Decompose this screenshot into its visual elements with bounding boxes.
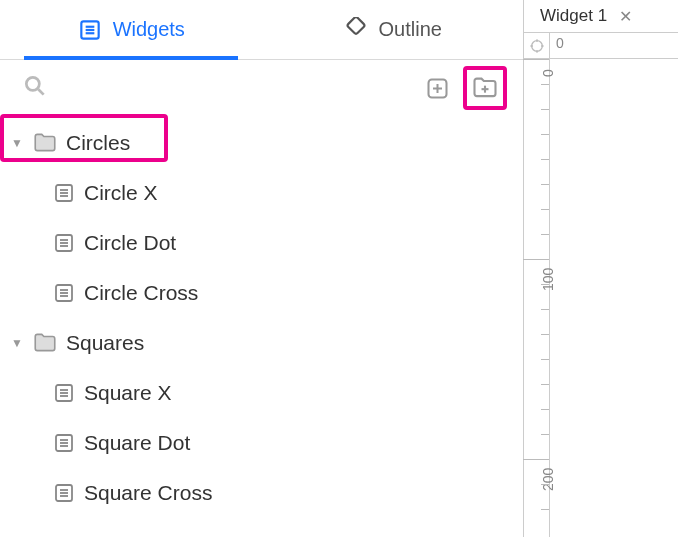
folder-circles[interactable]: ▼ Circles <box>0 118 523 168</box>
page-label: Square Cross <box>84 481 212 505</box>
svg-line-6 <box>38 89 43 94</box>
page-icon <box>52 181 76 205</box>
widgets-tree: ▼ Circles Circle X Circle Dot Circle Cro… <box>0 116 523 518</box>
page-circle-x[interactable]: Circle X <box>0 168 523 218</box>
ruler-origin-icon[interactable] <box>524 33 550 59</box>
widgets-panel: Widgets Outline ▼ Circl <box>0 0 524 537</box>
page-label: Circle Cross <box>84 281 198 305</box>
search-icon[interactable] <box>22 73 48 104</box>
svg-point-5 <box>26 77 39 90</box>
ruler-v-label: 0 <box>540 69 556 77</box>
panel-tab-bar: Widgets Outline <box>0 0 523 60</box>
page-icon <box>52 281 76 305</box>
canvas-tab-title[interactable]: Widget 1 <box>540 6 607 26</box>
page-square-dot[interactable]: Square Dot <box>0 418 523 468</box>
page-label: Circle Dot <box>84 231 176 255</box>
canvas-panel: Widget 1 ✕ 0 0 100 <box>524 0 678 537</box>
tab-outline[interactable]: Outline <box>262 0 524 59</box>
ruler-v-label: 200 <box>540 468 556 491</box>
folder-squares[interactable]: ▼ Squares <box>0 318 523 368</box>
panel-toolbar <box>0 60 523 116</box>
svg-rect-4 <box>346 17 364 35</box>
outline-icon <box>343 17 369 43</box>
page-square-cross[interactable]: Square Cross <box>0 468 523 518</box>
page-icon <box>52 381 76 405</box>
folder-icon <box>32 330 58 356</box>
page-label: Square X <box>84 381 172 405</box>
add-folder-highlight <box>463 66 507 110</box>
page-square-x[interactable]: Square X <box>0 368 523 418</box>
add-folder-button[interactable] <box>469 72 501 104</box>
folder-icon <box>32 130 58 156</box>
folder-label: Circles <box>66 131 130 155</box>
page-icon <box>52 431 76 455</box>
page-circle-cross[interactable]: Circle Cross <box>0 268 523 318</box>
ruler-vertical: 0 100 200 <box>524 59 550 537</box>
page-circle-dot[interactable]: Circle Dot <box>0 218 523 268</box>
page-icon <box>52 231 76 255</box>
folder-label: Squares <box>66 331 144 355</box>
ruler-h-label-0: 0 <box>556 35 564 51</box>
page-icon <box>52 481 76 505</box>
close-icon[interactable]: ✕ <box>619 7 632 26</box>
canvas-tabstrip: Widget 1 ✕ <box>524 0 678 33</box>
page-label: Circle X <box>84 181 158 205</box>
ruler-horizontal: 0 <box>524 33 678 59</box>
chevron-down-icon[interactable]: ▼ <box>10 336 24 350</box>
tab-widgets[interactable]: Widgets <box>0 0 262 59</box>
svg-point-36 <box>531 41 542 52</box>
add-page-button[interactable] <box>421 72 453 104</box>
tab-widgets-label: Widgets <box>113 18 185 41</box>
canvas[interactable] <box>550 59 678 537</box>
widgets-icon <box>77 17 103 43</box>
chevron-down-icon[interactable]: ▼ <box>10 136 24 150</box>
ruler-v-label: 100 <box>540 268 556 291</box>
page-label: Square Dot <box>84 431 190 455</box>
tab-outline-label: Outline <box>379 18 442 41</box>
